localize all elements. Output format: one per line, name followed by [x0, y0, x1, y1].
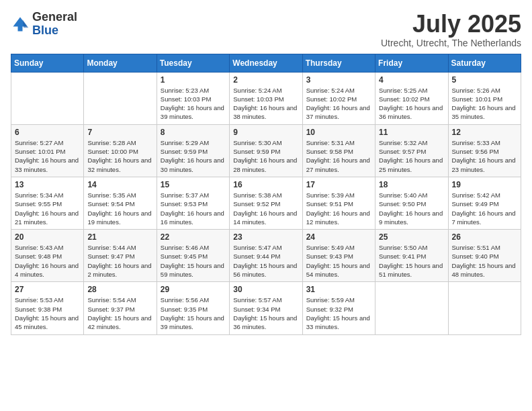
calendar-day-cell: 15Sunrise: 5:37 AM Sunset: 9:53 PM Dayli…	[157, 177, 229, 229]
weekday-header: Tuesday	[157, 54, 229, 72]
calendar-week-row: 13Sunrise: 5:34 AM Sunset: 9:55 PM Dayli…	[11, 177, 521, 229]
calendar-day-cell: 9Sunrise: 5:30 AM Sunset: 9:59 PM Daylig…	[230, 124, 302, 177]
weekday-header: Friday	[375, 54, 448, 72]
calendar-table: SundayMondayTuesdayWednesdayThursdayFrid…	[11, 54, 521, 335]
month-title: July 2025	[381, 11, 521, 38]
day-number: 2	[233, 75, 298, 85]
day-info: Sunrise: 5:38 AM Sunset: 9:52 PM Dayligh…	[233, 191, 298, 226]
weekday-header: Monday	[84, 54, 157, 72]
calendar-day-cell: 21Sunrise: 5:44 AM Sunset: 9:47 PM Dayli…	[84, 230, 157, 282]
day-info: Sunrise: 5:27 AM Sunset: 10:01 PM Daylig…	[15, 138, 80, 174]
logo-text: General Blue	[32, 11, 77, 38]
day-info: Sunrise: 5:31 AM Sunset: 9:58 PM Dayligh…	[306, 138, 371, 174]
calendar-day-cell: 5Sunrise: 5:26 AM Sunset: 10:01 PM Dayli…	[448, 72, 521, 124]
day-number: 6	[15, 128, 80, 137]
day-number: 29	[161, 285, 226, 294]
day-number: 4	[379, 75, 444, 85]
day-info: Sunrise: 5:26 AM Sunset: 10:01 PM Daylig…	[452, 86, 517, 122]
day-info: Sunrise: 5:46 AM Sunset: 9:45 PM Dayligh…	[161, 243, 226, 279]
day-number: 16	[233, 180, 298, 189]
day-number: 21	[87, 232, 152, 242]
calendar-day-cell: 24Sunrise: 5:49 AM Sunset: 9:43 PM Dayli…	[302, 230, 375, 282]
logo: General Blue	[11, 11, 77, 38]
calendar-day-cell: 23Sunrise: 5:47 AM Sunset: 9:44 PM Dayli…	[230, 230, 302, 282]
day-info: Sunrise: 5:40 AM Sunset: 9:50 PM Dayligh…	[379, 191, 444, 226]
day-info: Sunrise: 5:49 AM Sunset: 9:43 PM Dayligh…	[306, 243, 371, 279]
day-number: 27	[15, 285, 80, 294]
day-info: Sunrise: 5:28 AM Sunset: 10:00 PM Daylig…	[87, 138, 152, 174]
calendar-day-cell	[448, 282, 521, 334]
calendar-week-row: 1Sunrise: 5:23 AM Sunset: 10:03 PM Dayli…	[11, 72, 521, 124]
weekday-header: Wednesday	[230, 54, 302, 72]
day-number: 20	[15, 232, 80, 242]
calendar-day-cell: 31Sunrise: 5:59 AM Sunset: 9:32 PM Dayli…	[302, 282, 375, 334]
calendar-week-row: 6Sunrise: 5:27 AM Sunset: 10:01 PM Dayli…	[11, 124, 521, 177]
day-number: 22	[161, 232, 226, 242]
day-number: 3	[306, 75, 371, 85]
weekday-header: Saturday	[448, 54, 521, 72]
day-number: 12	[452, 128, 517, 137]
day-info: Sunrise: 5:44 AM Sunset: 9:47 PM Dayligh…	[87, 243, 152, 279]
calendar-day-cell: 27Sunrise: 5:53 AM Sunset: 9:38 PM Dayli…	[11, 282, 84, 334]
calendar-day-cell: 6Sunrise: 5:27 AM Sunset: 10:01 PM Dayli…	[11, 124, 84, 177]
day-info: Sunrise: 5:42 AM Sunset: 9:49 PM Dayligh…	[452, 191, 517, 226]
day-number: 17	[306, 180, 371, 189]
calendar-day-cell: 7Sunrise: 5:28 AM Sunset: 10:00 PM Dayli…	[84, 124, 157, 177]
weekday-row: SundayMondayTuesdayWednesdayThursdayFrid…	[11, 54, 521, 72]
calendar-week-row: 27Sunrise: 5:53 AM Sunset: 9:38 PM Dayli…	[11, 282, 521, 334]
day-info: Sunrise: 5:35 AM Sunset: 9:54 PM Dayligh…	[87, 191, 152, 226]
day-number: 26	[452, 232, 517, 242]
day-info: Sunrise: 5:47 AM Sunset: 9:44 PM Dayligh…	[233, 243, 298, 279]
day-info: Sunrise: 5:24 AM Sunset: 10:02 PM Daylig…	[306, 86, 371, 122]
calendar-day-cell: 3Sunrise: 5:24 AM Sunset: 10:02 PM Dayli…	[302, 72, 375, 124]
day-number: 30	[233, 285, 298, 294]
day-number: 24	[306, 232, 371, 242]
day-number: 25	[379, 232, 444, 242]
calendar-day-cell: 22Sunrise: 5:46 AM Sunset: 9:45 PM Dayli…	[157, 230, 229, 282]
page-header: General Blue July 2025 Utrecht, Utrecht,…	[11, 11, 521, 48]
calendar-day-cell: 16Sunrise: 5:38 AM Sunset: 9:52 PM Dayli…	[230, 177, 302, 229]
day-number: 18	[379, 180, 444, 189]
location-subtitle: Utrecht, Utrecht, The Netherlands	[381, 38, 521, 48]
day-info: Sunrise: 5:50 AM Sunset: 9:41 PM Dayligh…	[379, 243, 444, 279]
day-info: Sunrise: 5:59 AM Sunset: 9:32 PM Dayligh…	[306, 295, 371, 331]
day-number: 23	[233, 232, 298, 242]
day-info: Sunrise: 5:54 AM Sunset: 9:37 PM Dayligh…	[87, 295, 152, 331]
day-number: 7	[87, 128, 152, 137]
day-info: Sunrise: 5:33 AM Sunset: 9:56 PM Dayligh…	[452, 138, 517, 174]
day-info: Sunrise: 5:53 AM Sunset: 9:38 PM Dayligh…	[15, 295, 80, 331]
day-info: Sunrise: 5:39 AM Sunset: 9:51 PM Dayligh…	[306, 191, 371, 226]
calendar-day-cell: 18Sunrise: 5:40 AM Sunset: 9:50 PM Dayli…	[375, 177, 448, 229]
day-info: Sunrise: 5:29 AM Sunset: 9:59 PM Dayligh…	[161, 138, 226, 174]
day-info: Sunrise: 5:57 AM Sunset: 9:34 PM Dayligh…	[233, 295, 298, 331]
calendar-day-cell: 30Sunrise: 5:57 AM Sunset: 9:34 PM Dayli…	[230, 282, 302, 334]
calendar-day-cell: 8Sunrise: 5:29 AM Sunset: 9:59 PM Daylig…	[157, 124, 229, 177]
calendar-day-cell: 28Sunrise: 5:54 AM Sunset: 9:37 PM Dayli…	[84, 282, 157, 334]
calendar-day-cell: 4Sunrise: 5:25 AM Sunset: 10:02 PM Dayli…	[375, 72, 448, 124]
day-info: Sunrise: 5:24 AM Sunset: 10:03 PM Daylig…	[233, 86, 298, 122]
day-number: 13	[15, 180, 80, 189]
day-number: 31	[306, 285, 371, 294]
calendar-day-cell: 17Sunrise: 5:39 AM Sunset: 9:51 PM Dayli…	[302, 177, 375, 229]
day-number: 28	[87, 285, 152, 294]
calendar-day-cell: 13Sunrise: 5:34 AM Sunset: 9:55 PM Dayli…	[11, 177, 84, 229]
calendar-day-cell	[11, 72, 84, 124]
calendar-week-row: 20Sunrise: 5:43 AM Sunset: 9:48 PM Dayli…	[11, 230, 521, 282]
day-info: Sunrise: 5:56 AM Sunset: 9:35 PM Dayligh…	[161, 295, 226, 331]
day-number: 1	[161, 75, 226, 85]
day-number: 11	[379, 128, 444, 137]
day-info: Sunrise: 5:43 AM Sunset: 9:48 PM Dayligh…	[15, 243, 80, 279]
day-info: Sunrise: 5:23 AM Sunset: 10:03 PM Daylig…	[161, 86, 226, 122]
calendar-body: 1Sunrise: 5:23 AM Sunset: 10:03 PM Dayli…	[11, 72, 521, 334]
weekday-header: Sunday	[11, 54, 84, 72]
day-number: 14	[87, 180, 152, 189]
calendar-day-cell: 26Sunrise: 5:51 AM Sunset: 9:40 PM Dayli…	[448, 230, 521, 282]
day-number: 19	[452, 180, 517, 189]
calendar-day-cell: 25Sunrise: 5:50 AM Sunset: 9:41 PM Dayli…	[375, 230, 448, 282]
calendar-day-cell	[375, 282, 448, 334]
calendar-day-cell: 1Sunrise: 5:23 AM Sunset: 10:03 PM Dayli…	[157, 72, 229, 124]
day-info: Sunrise: 5:51 AM Sunset: 9:40 PM Dayligh…	[452, 243, 517, 279]
calendar-day-cell: 20Sunrise: 5:43 AM Sunset: 9:48 PM Dayli…	[11, 230, 84, 282]
day-number: 15	[161, 180, 226, 189]
day-number: 10	[306, 128, 371, 137]
